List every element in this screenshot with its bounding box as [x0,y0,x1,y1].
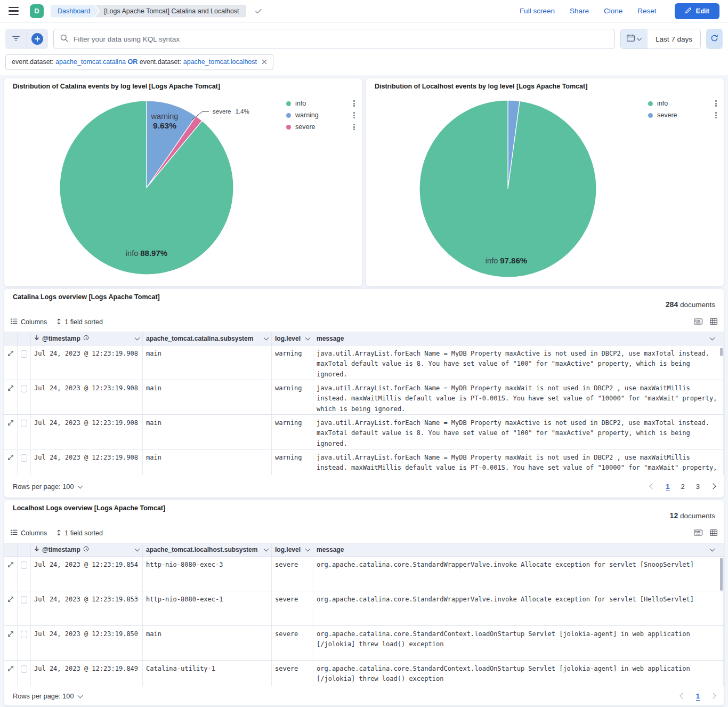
row-checkbox[interactable] [21,596,27,604]
table-scrollbar[interactable] [720,348,723,356]
avatar[interactable]: D [30,4,44,18]
columns-button[interactable]: Columns [11,318,47,326]
column-header-loglevel[interactable]: log.level [272,332,313,345]
cell-subsystem: main [143,380,272,414]
column-header-message[interactable]: message [313,332,724,345]
cell-timestamp: Jul 24, 2023 @ 12:23:19.849 [31,661,143,686]
grid-toolbar: Columns 1 field sorted [4,317,724,327]
share-button[interactable]: Share [570,7,589,15]
pie-slice-info[interactable] [419,100,596,277]
page-number-2[interactable]: 2 [681,483,685,491]
row-checkbox[interactable] [21,420,27,427]
column-header-message[interactable]: message [313,543,724,556]
filter-pill[interactable]: event.dataset: apache_tomcat.catalina OR… [5,54,273,69]
check-icon[interactable] [254,7,263,15]
cell-subsystem: main [143,346,272,380]
edit-button[interactable]: Edit [675,3,720,19]
legend-dot [286,113,291,118]
expand-row-button[interactable] [7,631,14,638]
display-options-button[interactable] [710,529,717,537]
breadcrumb-dashboard[interactable]: Dashboard [51,5,99,18]
chevron-down-icon [264,335,269,341]
time-range-button[interactable]: Last 7 days [648,29,700,49]
search-icon [60,34,68,44]
display-options-button[interactable] [710,318,717,326]
row-checkbox[interactable] [21,350,27,358]
page-number-1[interactable]: 1 [666,483,669,491]
expand-row-button[interactable] [7,420,14,427]
column-header-subsystem[interactable]: apache_tomcat.localhost.subsystem [143,543,272,556]
document-count-label: documents [680,512,715,520]
full-screen-button[interactable]: Full screen [520,7,555,15]
keyboard-shortcuts-button[interactable] [694,529,702,537]
grid-body: Jul 24, 2023 @ 12:23:19.908 main warning… [4,346,724,475]
sort-fields-button[interactable]: 1 field sorted [56,529,103,537]
legend-options-icon[interactable] [352,99,357,108]
legend-item-info[interactable]: info [648,98,718,109]
cell-timestamp: Jul 24, 2023 @ 12:23:19.850 [31,626,143,660]
filter-pill-part: event.dataset: [140,58,182,66]
filter-remove-icon[interactable] [262,59,267,65]
row-checkbox[interactable] [21,454,27,462]
refresh-button[interactable] [706,29,723,49]
expand-row-button[interactable] [7,665,14,673]
table-row: Jul 24, 2023 @ 12:23:19.853 http-nio-808… [4,591,724,626]
filter-bar: event.dataset: apache_tomcat.catalina OR… [0,49,728,75]
expand-row-button[interactable] [7,596,14,604]
expand-row-button[interactable] [7,454,14,462]
sort-fields-button[interactable]: 1 field sorted [56,318,103,326]
kql-search-box[interactable] [53,29,615,49]
legend-options-icon[interactable] [714,110,718,120]
rows-per-page-button[interactable]: Rows per page: 100 [13,692,82,700]
refresh-icon [710,34,718,44]
calendar-button[interactable] [621,29,648,49]
clone-button[interactable]: Clone [604,7,622,15]
expand-row-button[interactable] [7,350,14,358]
row-checkbox[interactable] [21,385,27,392]
add-filter-button[interactable] [27,29,48,49]
legend-label: warning [295,111,319,119]
table-scrollbar[interactable] [720,558,723,591]
legend-item-info[interactable]: info [286,98,357,109]
column-header-timestamp[interactable]: @timestamp [31,332,143,345]
previous-page-button[interactable] [650,483,656,489]
date-picker: Last 7 days [620,29,701,49]
menu-hamburger-icon[interactable] [9,7,19,15]
expand-row-button[interactable] [7,385,14,392]
page-number-3[interactable]: 3 [696,483,700,491]
document-count-number: 12 [670,511,678,520]
legend-options-icon[interactable] [714,99,718,108]
chart-legend: info severe [648,98,718,121]
clock-icon [83,546,89,553]
breadcrumb-current-page: [Logs Apache Tomcat] Catalina and Localh… [95,5,246,18]
row-checkbox[interactable] [21,631,27,638]
next-page-button[interactable] [710,693,716,698]
row-checkbox[interactable] [21,561,27,569]
expand-row-button[interactable] [7,561,14,569]
filter-menu-button[interactable] [5,29,27,49]
page-number-1[interactable]: 1 [696,692,700,700]
column-header-timestamp[interactable]: @timestamp [31,543,143,556]
legend-options-icon[interactable] [352,122,357,132]
cell-loglevel: warning [272,380,313,414]
legend-item-severe[interactable]: severe [648,109,718,121]
rows-per-page-button[interactable]: Rows per page: 100 [13,483,82,491]
legend-options-icon[interactable] [352,110,357,120]
cell-message: org.apache.catalina.core.StandardContext… [313,661,724,686]
reset-button[interactable]: Reset [637,7,656,15]
panel-title: Catalina Logs overview [Logs Apache Tomc… [4,289,724,301]
column-header-subsystem[interactable]: apache_tomcat.catalina.subsystem [143,332,272,345]
column-header-loglevel[interactable]: log.level [272,543,313,556]
columns-button[interactable]: Columns [11,529,47,537]
cell-subsystem: main [143,415,272,449]
table-row: Jul 24, 2023 @ 12:23:19.908 main warning… [4,346,724,380]
pagination: 123 [650,483,715,491]
kql-search-input[interactable] [74,35,608,43]
keyboard-shortcuts-button[interactable] [694,318,702,326]
legend-item-severe[interactable]: severe [286,121,357,133]
slice-label: info 97.86% [486,256,527,265]
previous-page-button[interactable] [680,693,685,698]
next-page-button[interactable] [710,483,716,489]
row-checkbox[interactable] [21,665,27,673]
legend-item-warning[interactable]: warning [286,109,357,121]
